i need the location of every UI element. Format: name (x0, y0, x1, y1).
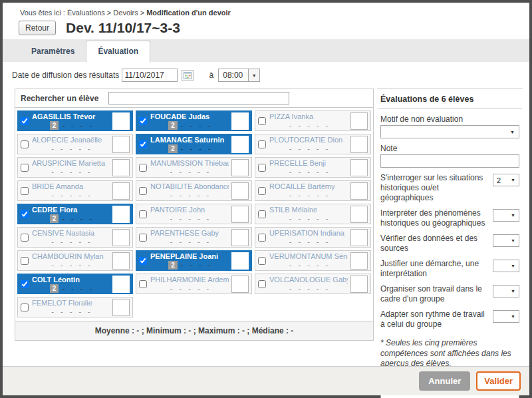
student-checkbox[interactable] (139, 164, 147, 172)
student-row[interactable]: CENSIVE Nastasia- - - - - (17, 227, 133, 248)
competency-label: Interpréter des phénomènes historiques o… (380, 208, 493, 228)
grade-box[interactable] (350, 159, 368, 176)
student-row[interactable]: ARUSPICINE Marietta- - - - - (17, 157, 133, 178)
student-checkbox[interactable] (21, 117, 29, 125)
grade-box[interactable] (231, 206, 249, 223)
student-name: ROCAILLE Bartémy (269, 182, 348, 190)
student-row[interactable]: ROCAILLE Bartémy- - - - - (255, 180, 371, 201)
student-checkbox[interactable] (21, 164, 29, 172)
student-row[interactable]: CHAMBOURIN Mylan- - - - - (17, 250, 133, 271)
student-row[interactable]: FOUCADE Judas2- - - - (136, 110, 252, 131)
student-checkbox[interactable] (258, 257, 266, 265)
student-checkbox[interactable] (258, 140, 266, 148)
grade-box[interactable] (112, 182, 130, 200)
student-checkbox[interactable] (139, 187, 147, 195)
student-checkbox[interactable] (258, 187, 266, 195)
competency-select[interactable]: ▼ (493, 209, 519, 222)
tab-parametres[interactable]: Paramètres (20, 41, 86, 62)
student-row[interactable]: MANUMISSION Thiébaud- - - - - (136, 157, 252, 178)
student-checkbox[interactable] (139, 234, 147, 242)
grade-box[interactable] (112, 112, 130, 130)
student-row[interactable]: VERUMONTANUM Sénny- - - - - (255, 250, 371, 271)
breadcrumb-trail[interactable]: Évaluations > Devoirs > (67, 9, 144, 17)
student-row[interactable]: COLT Léontin2- - - - (17, 274, 133, 294)
submit-button[interactable]: Valider (476, 371, 521, 391)
student-checkbox[interactable] (21, 280, 29, 288)
student-checkbox[interactable] (258, 164, 266, 172)
diffusion-date-input[interactable] (122, 69, 178, 82)
student-row[interactable]: PRECELLE Benji- - - - - (255, 157, 371, 178)
cancel-button[interactable]: Annuler (419, 371, 470, 391)
student-row[interactable]: PIZZA Ivanka- - - - - (255, 110, 371, 131)
student-checkbox[interactable] (21, 234, 29, 242)
student-checkbox[interactable] (258, 280, 266, 288)
student-checkbox[interactable] (21, 303, 29, 311)
grade-box[interactable] (350, 136, 368, 153)
grade-box[interactable] (350, 112, 368, 130)
student-marks: - - - - - (150, 191, 229, 199)
student-row[interactable]: PLOUTOCRATIE Dion- - - - - (255, 134, 371, 154)
grade-box[interactable] (231, 252, 249, 270)
grade-box[interactable] (231, 276, 249, 293)
student-checkbox[interactable] (258, 234, 266, 242)
grade-box[interactable] (112, 276, 130, 293)
student-row[interactable]: FEMELOT Floralie- - - - - (17, 297, 133, 317)
grade-box[interactable] (112, 206, 130, 223)
student-checkbox[interactable] (21, 257, 29, 265)
student-row[interactable]: VOLCANOLOGUE Gaby- - - - - (255, 274, 371, 294)
grade-box[interactable] (231, 136, 249, 153)
grade-box[interactable] (231, 229, 249, 246)
grade-box[interactable] (231, 182, 249, 200)
grade-box[interactable] (350, 182, 368, 200)
student-checkbox[interactable] (139, 257, 147, 265)
student-row[interactable]: NOTABILITE Abondance- - - - - (136, 180, 252, 201)
grade-box[interactable] (112, 252, 130, 270)
grade-box[interactable] (112, 136, 130, 153)
student-checkbox[interactable] (21, 140, 29, 148)
student-checkbox[interactable] (139, 117, 147, 125)
student-row[interactable]: LAMANAGE Saturnin2- - - - (136, 134, 252, 154)
grade-box[interactable] (350, 276, 368, 293)
grade-box[interactable] (112, 299, 130, 316)
motif-select[interactable]: ▼ (380, 125, 519, 138)
student-row[interactable]: STILB Mélaine- - - - - (255, 204, 371, 224)
student-row[interactable]: CEDRE Fiora2- - - - (17, 204, 133, 224)
competency-select[interactable]: ▼ (493, 260, 519, 272)
note-input[interactable] (380, 154, 519, 168)
competency-row: Vérifier des données et des sources▼ (380, 234, 519, 254)
grade-box[interactable] (350, 229, 368, 246)
student-marks: - - - - - (269, 121, 348, 129)
grade-box[interactable] (112, 159, 130, 176)
grade-box[interactable] (350, 252, 368, 270)
chevron-down-icon: ▼ (511, 314, 515, 319)
grade-box[interactable] (112, 229, 130, 246)
search-input[interactable] (108, 92, 289, 104)
competency-select[interactable]: ▼ (493, 234, 519, 247)
student-row[interactable]: UPERISATION Indiana- - - - - (255, 227, 371, 248)
back-button[interactable]: Retour (19, 21, 56, 35)
student-row[interactable]: PHILHARMONIE Ardem- - - - - (136, 274, 252, 294)
competency-select[interactable]: ▼ (493, 310, 519, 323)
tab-evaluation[interactable]: Évaluation (86, 41, 150, 63)
student-checkbox[interactable] (21, 187, 29, 195)
student-row[interactable]: AGASILLIS Trévor2- - - - (17, 110, 133, 131)
calendar-icon[interactable] (182, 70, 194, 81)
grade-box[interactable] (231, 112, 249, 130)
student-checkbox[interactable] (258, 210, 266, 218)
student-checkbox[interactable] (139, 210, 147, 218)
student-list: Rechercher un élève AGASILLIS Trévor2- -… (15, 89, 374, 341)
student-row[interactable]: ALOPECIE Jeanaëlle- - - - - (17, 134, 133, 154)
time-select[interactable]: 08:00 ▼ (218, 69, 260, 82)
grade-box[interactable] (231, 159, 249, 176)
student-row[interactable]: PARENTHESE Gaby- - - - - (136, 227, 252, 248)
competency-select[interactable]: ▼ (493, 285, 519, 298)
student-checkbox[interactable] (139, 140, 147, 148)
student-row[interactable]: PENEPLAINE Joani2- - - - (136, 250, 252, 271)
student-checkbox[interactable] (258, 117, 266, 125)
student-checkbox[interactable] (139, 280, 147, 288)
student-row[interactable]: PANTOIRE John- - - - - (136, 204, 252, 224)
student-checkbox[interactable] (21, 210, 29, 218)
grade-box[interactable] (350, 206, 368, 223)
student-row[interactable]: BRIDE Amanda- - - - - (17, 180, 133, 201)
competency-select[interactable]: 2▼ (493, 174, 519, 186)
